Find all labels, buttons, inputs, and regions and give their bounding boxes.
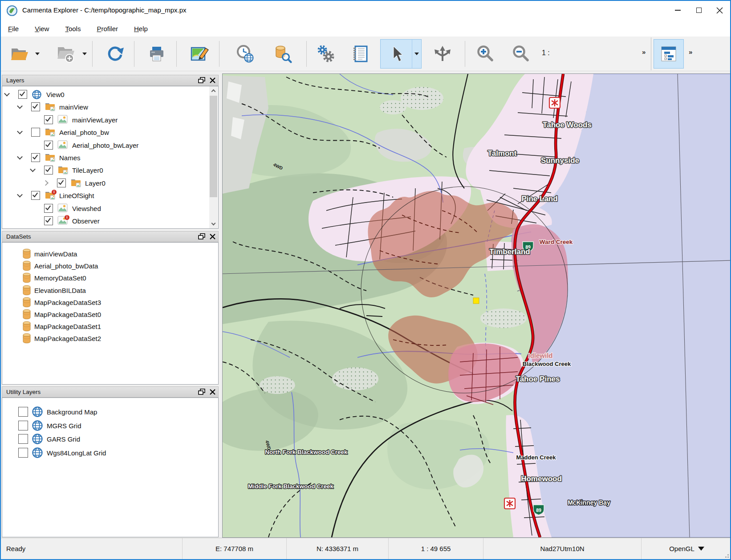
layer-tree-item-Aerial_photo_bwLayer[interactable]: Aerial_photo_bwLayer [2, 139, 218, 151]
maximize-button[interactable] [688, 1, 709, 20]
utility-layer-label[interactable]: GARS Grid [47, 435, 80, 443]
layer-checkbox[interactable] [44, 216, 53, 225]
edit-map-button[interactable] [184, 39, 215, 69]
utility-layer-wgs84longlat-grid[interactable]: Wgs84LongLat Grid [2, 446, 218, 459]
layer-checkbox[interactable] [18, 90, 27, 99]
layer-tree-item-Viewshed[interactable]: Viewshed [2, 202, 218, 215]
layer-tree-item-LineOfSight[interactable]: iLineOfSight [2, 189, 218, 202]
utility-layer-mgrs-grid[interactable]: MGRS Grid [2, 419, 218, 432]
scroll-up-icon[interactable] [209, 86, 218, 95]
dataset-label[interactable]: ElevationBILData [34, 286, 86, 294]
expander-down-icon[interactable] [17, 129, 23, 134]
layer-tree-item-TileLayer0[interactable]: TileLayer0 [2, 164, 218, 176]
add-layer-button[interactable] [51, 39, 79, 69]
layer-tree-item-Aerial_photo_bw[interactable]: Aerial_photo_bw [2, 126, 218, 138]
dataset-item-Aerial_photo_bwData[interactable]: Aerial_photo_bwData [2, 260, 218, 272]
layer-checkbox[interactable] [44, 115, 53, 124]
dataset-label[interactable]: mainViewData [34, 250, 77, 258]
log-button[interactable] [345, 39, 377, 69]
dataset-search-button[interactable] [266, 39, 298, 69]
observer-point[interactable] [473, 298, 479, 304]
layers-panel-header[interactable]: Layers [2, 75, 219, 86]
float-panel-icon[interactable] [198, 77, 206, 84]
toolbar-overflow-icon[interactable]: » [689, 48, 692, 56]
expander-down-icon[interactable] [17, 154, 23, 160]
dataset-item-ElevationBILData[interactable]: ElevationBILData [2, 284, 218, 296]
layers-scrollbar[interactable] [209, 86, 218, 228]
layer-tree-item-Names[interactable]: Names [2, 151, 218, 164]
layer-tree-item-mainViewLayer[interactable]: mainViewLayer [2, 114, 218, 126]
status-cell-5[interactable]: OpenGL [642, 538, 731, 559]
zoom-in-button[interactable] [470, 39, 500, 69]
dataset-item-MapPackageDataSet1[interactable]: MapPackageDataSet1 [2, 321, 218, 332]
expander-down-icon[interactable] [30, 166, 36, 172]
dataset-label[interactable]: MapPackageDataSet1 [34, 323, 101, 330]
pan-tool-button[interactable] [426, 39, 459, 69]
utility-layer-label[interactable]: MGRS Grid [47, 422, 81, 429]
layer-label[interactable]: LineOfSight [59, 192, 94, 199]
layer-checkbox[interactable] [44, 204, 53, 213]
menu-item-file[interactable]: File [8, 25, 19, 32]
close-button[interactable] [709, 1, 730, 20]
close-panel-icon[interactable] [210, 389, 215, 395]
utility-panel-header[interactable]: Utility Layers [2, 386, 219, 398]
select-tool-button[interactable] [380, 39, 412, 69]
select-tool-dropdown[interactable] [412, 39, 422, 69]
menu-item-profiler[interactable]: Profiler [97, 25, 118, 32]
utility-checkbox[interactable] [18, 448, 28, 458]
layer-checkbox[interactable] [31, 102, 40, 111]
utility-checkbox[interactable] [18, 421, 28, 430]
layer-label[interactable]: Aerial_photo_bw [59, 129, 109, 136]
float-panel-icon[interactable] [198, 389, 206, 395]
layer-tree-item-Layer0[interactable]: Layer0 [2, 177, 218, 189]
dataset-label[interactable]: MapPackageDataSet2 [34, 335, 101, 342]
open-file-button[interactable] [4, 39, 33, 69]
resize-grip-icon[interactable] [723, 552, 729, 558]
layer-checkbox[interactable] [31, 191, 40, 200]
dataset-item-mainViewData[interactable]: mainViewData [2, 248, 218, 260]
open-file-dropdown[interactable] [33, 39, 42, 69]
layer-checkbox[interactable] [44, 141, 53, 150]
scroll-down-icon[interactable] [209, 220, 218, 228]
dataset-item-MapPackageDataSet2[interactable]: MapPackageDataSet2 [2, 333, 218, 344]
map-view[interactable]: 8989Tahoe WoodsTalmontSunnysidePine Land… [222, 73, 731, 538]
layer-checkbox[interactable] [44, 166, 53, 174]
layer-label[interactable]: mainView [59, 103, 88, 111]
menu-item-tools[interactable]: Tools [65, 25, 81, 32]
dataset-label[interactable]: MemoryDataSet0 [34, 274, 86, 282]
expander-down-icon[interactable] [17, 103, 23, 109]
layer-checkbox[interactable] [57, 179, 66, 187]
menu-item-view[interactable]: View [35, 25, 49, 32]
utility-layer-label[interactable]: Background Map [47, 408, 97, 416]
close-panel-icon[interactable] [210, 77, 215, 83]
dataset-item-MapPackageDataSet3[interactable]: MapPackageDataSet3 [2, 296, 218, 308]
add-layer-dropdown[interactable] [80, 39, 89, 69]
utility-layer-background-map[interactable]: Background Map [2, 405, 218, 418]
utility-checkbox[interactable] [18, 407, 28, 417]
dataset-label[interactable]: Aerial_photo_bwData [34, 262, 98, 270]
layer-label[interactable]: View0 [46, 91, 65, 98]
layer-label[interactable]: Observer [72, 217, 100, 225]
close-panel-icon[interactable] [210, 234, 215, 239]
operators-button[interactable] [310, 39, 342, 69]
dataset-item-MapPackageDataSet0[interactable]: MapPackageDataSet0 [2, 308, 218, 320]
menu-item-help[interactable]: Help [134, 25, 148, 32]
layer-checkbox[interactable] [31, 153, 40, 162]
dataset-label[interactable]: MapPackageDataSet0 [34, 311, 101, 318]
layer-tree-item-View0[interactable]: View0 [2, 88, 218, 101]
expander-down-icon[interactable] [17, 192, 23, 198]
layer-label[interactable]: TileLayer0 [72, 166, 103, 174]
expander-right-icon[interactable] [43, 180, 49, 186]
scrollbar-thumb[interactable] [210, 96, 217, 197]
dataset-item-MemoryDataSet0[interactable]: MemoryDataSet0 [2, 272, 218, 284]
time-settings-button[interactable] [229, 39, 261, 69]
minimize-button[interactable] [667, 1, 688, 20]
layer-checkbox[interactable] [31, 128, 40, 137]
toggle-panels-button[interactable] [654, 39, 684, 69]
layer-label[interactable]: Names [59, 154, 81, 162]
layer-tree-item-Observer[interactable]: iObserver [2, 215, 218, 227]
utility-checkbox[interactable] [18, 434, 28, 444]
expander-down-icon[interactable] [4, 91, 10, 97]
layer-label[interactable]: Viewshed [72, 204, 101, 212]
utility-layer-gars-grid[interactable]: GARS Grid [2, 432, 218, 446]
